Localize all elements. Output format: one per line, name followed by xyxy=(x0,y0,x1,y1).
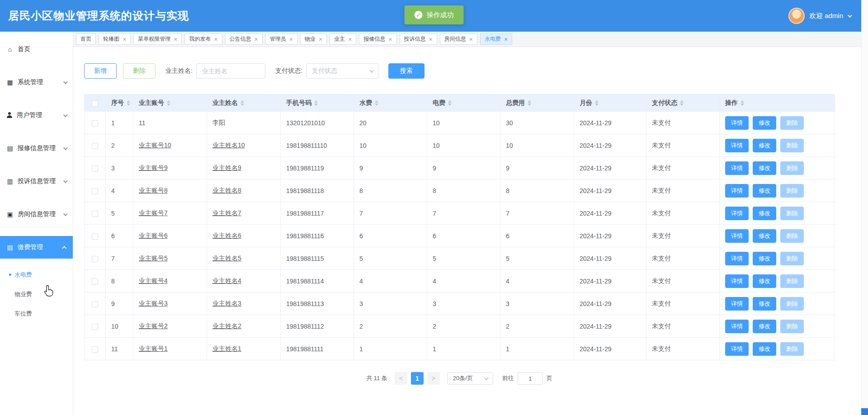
row-checkbox[interactable] xyxy=(92,324,98,330)
column-header-业主账号[interactable]: 业主账号 xyxy=(133,94,207,112)
detail-button[interactable]: 详情 xyxy=(725,252,749,265)
row-checkbox[interactable] xyxy=(92,346,98,353)
delete-button[interactable]: 删除 xyxy=(123,63,156,79)
sort-icon[interactable] xyxy=(448,100,452,106)
delete-row-button[interactable]: 删除 xyxy=(780,229,804,243)
tab-close-icon[interactable]: × xyxy=(348,36,352,42)
sidebar-item-系统管理[interactable]: ▦系统管理 xyxy=(0,71,73,94)
tab-轮播图[interactable]: 轮播图× xyxy=(99,33,131,45)
tab-close-icon[interactable]: × xyxy=(388,36,392,42)
sidebar-subitem-物业费[interactable]: 物业费 xyxy=(0,284,73,304)
edit-button[interactable]: 修改 xyxy=(753,184,776,198)
delete-row-button[interactable]: 删除 xyxy=(780,342,804,356)
detail-button[interactable]: 详情 xyxy=(725,207,749,220)
prev-page-button[interactable]: < xyxy=(395,372,407,385)
detail-button[interactable]: 详情 xyxy=(725,297,749,311)
tab-投诉信息[interactable]: 投诉信息× xyxy=(400,33,437,45)
tab-房间信息[interactable]: 房间信息× xyxy=(440,33,477,45)
tab-业主[interactable]: 业主× xyxy=(330,33,356,45)
detail-button[interactable]: 详情 xyxy=(725,342,749,356)
tab-管理员[interactable]: 管理员× xyxy=(265,33,297,45)
row-checkbox[interactable] xyxy=(92,120,98,127)
pay-status-select[interactable]: 支付状态 xyxy=(306,63,378,79)
detail-button[interactable]: 详情 xyxy=(725,184,749,198)
search-button[interactable]: 搜索 xyxy=(388,63,425,79)
delete-row-button[interactable]: 删除 xyxy=(780,161,804,175)
add-button[interactable]: 新增 xyxy=(84,63,117,79)
row-checkbox[interactable] xyxy=(92,143,98,149)
sort-icon[interactable] xyxy=(528,100,531,106)
column-header-支付状态[interactable]: 支付状态 xyxy=(646,94,720,112)
scrollbar-thumb[interactable] xyxy=(861,408,868,415)
column-header-业主姓名[interactable]: 业主姓名 xyxy=(207,94,281,112)
sort-icon[interactable] xyxy=(741,100,744,106)
edit-button[interactable]: 修改 xyxy=(753,139,776,152)
tab-我的发布[interactable]: 我的发布× xyxy=(184,33,222,45)
detail-button[interactable]: 详情 xyxy=(725,229,749,243)
tab-close-icon[interactable]: × xyxy=(429,36,433,42)
column-header-月份[interactable]: 月份 xyxy=(574,94,646,112)
tab-close-icon[interactable]: × xyxy=(123,36,126,42)
sidebar-subitem-车位费[interactable]: 车位费 xyxy=(0,304,73,323)
page-1-button[interactable]: 1 xyxy=(411,372,424,385)
detail-button[interactable]: 详情 xyxy=(725,161,749,175)
detail-button[interactable]: 详情 xyxy=(725,116,749,130)
tab-首页[interactable]: 首页 xyxy=(76,33,96,45)
tab-公告信息[interactable]: 公告信息× xyxy=(225,33,263,45)
tab-菜单权限管理[interactable]: 菜单权限管理× xyxy=(133,33,182,45)
tab-报修信息[interactable]: 报修信息× xyxy=(359,33,396,45)
row-checkbox[interactable] xyxy=(92,233,98,240)
tab-close-icon[interactable]: × xyxy=(504,36,508,42)
tab-close-icon[interactable]: × xyxy=(319,36,322,42)
sort-icon[interactable] xyxy=(680,100,684,106)
delete-row-button[interactable]: 删除 xyxy=(780,274,804,288)
tab-close-icon[interactable]: × xyxy=(174,36,177,42)
tab-水电费[interactable]: 水电费× xyxy=(480,33,512,45)
edit-button[interactable]: 修改 xyxy=(753,116,776,130)
goto-page-input[interactable] xyxy=(518,372,543,385)
row-checkbox[interactable] xyxy=(92,188,98,194)
row-checkbox[interactable] xyxy=(92,165,98,172)
sidebar-subitem-水电费[interactable]: 水电费 xyxy=(0,265,73,284)
sidebar-item-房间信息管理[interactable]: ▣房间信息管理 xyxy=(0,203,73,226)
delete-row-button[interactable]: 删除 xyxy=(780,139,804,152)
detail-button[interactable]: 详情 xyxy=(725,274,749,288)
sort-icon[interactable] xyxy=(127,100,130,106)
detail-button[interactable]: 详情 xyxy=(725,320,749,333)
row-checkbox[interactable] xyxy=(92,256,98,262)
scrollbar-track[interactable] xyxy=(861,0,868,415)
column-header-电费[interactable]: 电费 xyxy=(427,94,500,112)
edit-button[interactable]: 修改 xyxy=(753,342,776,356)
sort-icon[interactable] xyxy=(595,100,599,106)
tab-close-icon[interactable]: × xyxy=(255,36,258,42)
page-size-select[interactable]: 20条/页 xyxy=(447,372,493,385)
delete-row-button[interactable]: 删除 xyxy=(780,184,804,198)
edit-button[interactable]: 修改 xyxy=(753,320,776,333)
column-header-操作[interactable]: 操作 xyxy=(720,94,835,112)
sidebar-item-投诉信息管理[interactable]: ▥投诉信息管理 xyxy=(0,170,73,193)
sidebar-item-用户管理[interactable]: 用户管理 xyxy=(0,104,73,127)
row-checkbox[interactable] xyxy=(92,278,98,285)
delete-row-button[interactable]: 删除 xyxy=(780,297,804,311)
column-header-手机号码[interactable]: 手机号码 xyxy=(281,94,354,112)
sort-icon[interactable] xyxy=(167,100,170,106)
sort-icon[interactable] xyxy=(241,100,244,106)
sidebar-item-报修信息管理[interactable]: ▤报修信息管理 xyxy=(0,137,73,160)
next-page-button[interactable]: > xyxy=(427,372,440,385)
tab-close-icon[interactable]: × xyxy=(289,36,293,42)
sort-icon[interactable] xyxy=(375,100,378,106)
edit-button[interactable]: 修改 xyxy=(753,297,776,311)
tab-物业[interactable]: 物业× xyxy=(300,33,327,45)
delete-row-button[interactable]: 删除 xyxy=(780,207,804,220)
column-header-序号[interactable]: 序号 xyxy=(106,94,133,112)
select-all-checkbox[interactable] xyxy=(92,100,98,107)
tab-close-icon[interactable]: × xyxy=(214,36,217,42)
sort-icon[interactable] xyxy=(314,100,318,106)
row-checkbox[interactable] xyxy=(92,301,98,307)
edit-button[interactable]: 修改 xyxy=(753,229,776,243)
delete-row-button[interactable]: 删除 xyxy=(780,320,804,333)
detail-button[interactable]: 详情 xyxy=(725,139,749,152)
sidebar-item-缴费管理[interactable]: ▤缴费管理 xyxy=(0,236,73,259)
column-header-总费用[interactable]: 总费用 xyxy=(500,94,574,112)
user-menu[interactable]: 欢迎 admin xyxy=(788,8,851,24)
